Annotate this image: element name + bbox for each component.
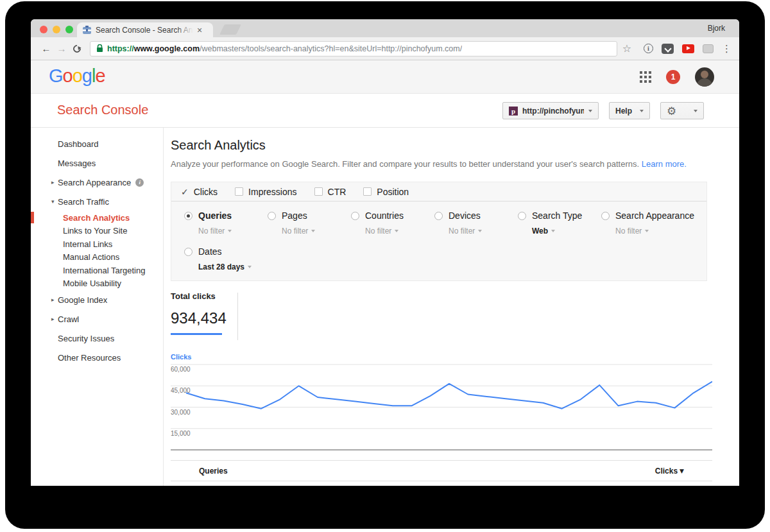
app-title: Search Console (57, 103, 148, 117)
browser-menu-icon[interactable]: ⋮ (722, 43, 732, 55)
browser-tab[interactable]: Search Console - Search Analy × (77, 22, 213, 37)
metric-ctr[interactable]: CTR (314, 187, 346, 197)
chart-series-label: Clicks (171, 353, 739, 361)
bookmark-star-icon[interactable]: ☆ (622, 42, 631, 55)
sidebar-item-dashboard[interactable]: Dashboard (31, 134, 163, 153)
google-logo[interactable]: Google (49, 65, 105, 87)
dimension-radio-search-type[interactable]: Search Type (518, 209, 588, 222)
filter-dropdown-devices[interactable]: No filter (449, 227, 505, 236)
dimension-radio-pages[interactable]: Pages (268, 209, 338, 222)
dimension-radio-countries[interactable]: Countries (351, 209, 422, 222)
metric-label: Position (377, 187, 409, 197)
sidebar-item-google-index[interactable]: ▸Google Index (31, 290, 163, 309)
dimension-radio-dates[interactable]: Dates (184, 245, 252, 258)
sidebar-item-other-resources[interactable]: Other Resources (31, 348, 163, 367)
url-bar[interactable]: https://www.google.com/webmasters/tools/… (90, 41, 617, 56)
dimension-label: Search Appearance (615, 210, 694, 221)
youtube-extension-icon[interactable] (682, 44, 694, 53)
filter-dropdown-countries[interactable]: No filter (365, 227, 422, 236)
metric-impressions[interactable]: Impressions (235, 187, 296, 197)
apps-grid-icon[interactable] (640, 71, 651, 83)
tab-close-icon[interactable]: × (197, 26, 202, 35)
info-extension-icon[interactable]: i (644, 44, 653, 53)
sidebar-item-label: Search Traffic (58, 197, 109, 207)
pocket-extension-icon[interactable] (662, 44, 674, 54)
radio-icon (184, 212, 193, 220)
forward-icon[interactable]: → (54, 43, 69, 54)
sidebar-item-mobile-usability[interactable]: Mobile Usability (31, 277, 163, 291)
sidebar-item-security-issues[interactable]: Security Issues (31, 329, 163, 348)
search-console-favicon-icon (82, 25, 92, 35)
help-dropdown[interactable]: Help (609, 102, 650, 119)
dimension-grid: QueriesNo filterPagesNo filterCountriesN… (171, 202, 706, 280)
disabled-extension-icon[interactable] (703, 44, 714, 53)
radio-icon (351, 212, 359, 220)
filter-dropdown-dates[interactable]: Last 28 days (198, 262, 252, 271)
page-title: Search Analytics (171, 138, 739, 153)
chevron-down-icon (640, 110, 644, 112)
close-window-button[interactable] (40, 26, 47, 33)
sidebar-item-label: Links to Your Site (63, 226, 127, 236)
sidebar-item-manual-actions[interactable]: Manual Actions (31, 251, 163, 264)
filter-dropdown-search-appearance[interactable]: No filter (615, 227, 694, 236)
sidebar-item-label: Search Analytics (63, 213, 130, 223)
browser-profile-name[interactable]: Bjork (708, 24, 725, 33)
tab-title-fade (176, 26, 193, 35)
settings-dropdown[interactable]: ⚙ (660, 102, 704, 119)
google-logo-letter: o (73, 65, 82, 86)
back-icon[interactable]: ← (38, 43, 54, 54)
total-clicks-label: Total clicks (171, 291, 739, 301)
dimension-pages: PagesNo filter (255, 209, 338, 236)
sidebar-item-messages[interactable]: Messages (31, 153, 163, 173)
sidebar-item-search-traffic[interactable]: ▾Search Traffic (31, 192, 163, 211)
sidebar-item-label: Dashboard (58, 139, 99, 149)
url-path: /webmasters/tools/search-analytics?hl=en… (200, 44, 462, 53)
chevron-right-icon[interactable]: ▸ (51, 296, 55, 303)
page-description: Analyze your performance on Google Searc… (171, 159, 707, 169)
dimension-radio-search-appearance[interactable]: Search Appearance (601, 209, 694, 222)
checkbox-icon (363, 187, 372, 196)
chevron-right-icon[interactable]: ▸ (51, 179, 55, 185)
filter-dropdown-queries[interactable]: No filter (198, 227, 255, 236)
sidebar-item-search-appearance[interactable]: ▸Search Appearancei (31, 173, 163, 192)
zoom-window-button[interactable] (65, 26, 73, 33)
tab-bar: Search Console - Search Analy × Bjork (31, 19, 739, 37)
learn-more-link[interactable]: Learn more. (642, 159, 687, 169)
new-tab-button[interactable] (219, 24, 241, 35)
y-axis-tick-label: 60,000 (171, 366, 191, 373)
site-selector-dropdown[interactable]: p http://pinchofyum.com/ (502, 102, 599, 119)
sidebar-item-internal-links[interactable]: Internal Links (31, 237, 163, 251)
google-bar: Google 1 (31, 60, 739, 94)
url-host: www.google.com (134, 44, 200, 53)
sidebar-item-international-targeting[interactable]: International Targeting (31, 264, 163, 277)
filter-value: No filter (282, 227, 308, 236)
dimension-radio-queries[interactable]: Queries (184, 209, 255, 222)
checkbox-icon (314, 187, 323, 196)
gear-icon: ⚙ (667, 105, 676, 117)
queries-column-header[interactable]: Queries (199, 467, 228, 476)
dimension-label: Search Type (532, 210, 582, 221)
metric-label: Impressions (248, 187, 296, 197)
dimension-label: Devices (449, 210, 481, 221)
metric-clicks[interactable]: ✓Clicks (181, 187, 218, 197)
sidebar-item-search-analytics[interactable]: Search Analytics (31, 211, 163, 225)
dimension-queries: QueriesNo filter (171, 209, 255, 236)
metric-position[interactable]: Position (363, 187, 409, 197)
reload-icon[interactable] (72, 43, 83, 54)
app-header: Search Console p http://pinchofyum.com/ … (31, 94, 739, 128)
chevron-down-icon[interactable]: ▾ (51, 198, 55, 205)
filter-dropdown-search-type[interactable]: Web (532, 227, 588, 236)
dimension-radio-devices[interactable]: Devices (434, 209, 505, 222)
filter-value: No filter (365, 227, 391, 236)
filter-dropdown-pages[interactable]: No filter (282, 227, 338, 236)
notifications-badge[interactable]: 1 (666, 70, 680, 84)
metric-label: CTR (328, 187, 346, 197)
chevron-down-icon (478, 230, 482, 232)
chevron-down-icon (645, 230, 649, 232)
minimize-window-button[interactable] (53, 26, 60, 33)
clicks-column-header[interactable]: Clicks ▼ (655, 467, 684, 476)
sidebar-item-links-to-your-site[interactable]: Links to Your Site (31, 225, 163, 238)
chevron-right-icon[interactable]: ▸ (51, 316, 55, 322)
account-avatar[interactable] (695, 67, 714, 87)
sidebar-item-crawl[interactable]: ▸Crawl (31, 309, 163, 329)
